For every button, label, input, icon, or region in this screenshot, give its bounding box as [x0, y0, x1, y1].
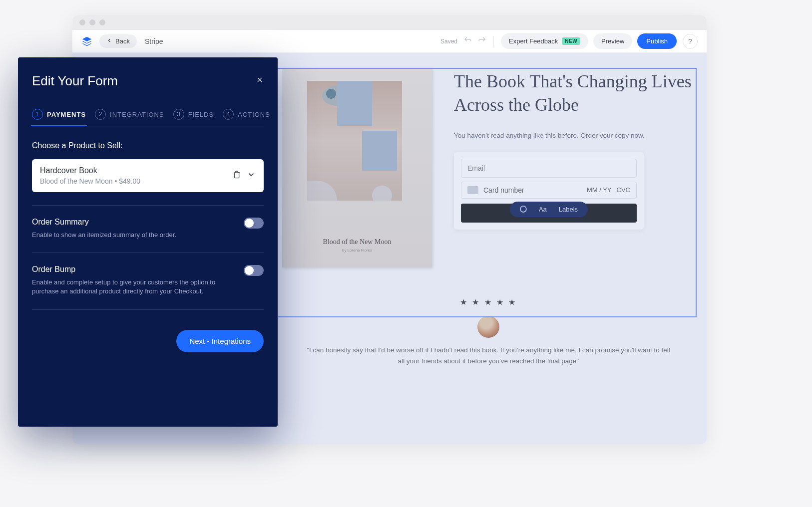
- next-button[interactable]: Next - Integrations: [176, 330, 264, 352]
- traffic-light-dot: [89, 19, 95, 25]
- product-subtitle: Blood of the New Moon • $49.00: [40, 177, 227, 185]
- tab-payments[interactable]: 1 PAYMENTS: [32, 109, 86, 120]
- app-logo-icon[interactable]: [81, 36, 92, 47]
- divider: [32, 205, 264, 206]
- breadcrumb: Stripe: [145, 37, 163, 45]
- help-button[interactable]: ?: [683, 34, 698, 49]
- back-label: Back: [115, 37, 130, 45]
- undo-icon[interactable]: [463, 36, 472, 47]
- tab-label: ACTIONS: [238, 111, 270, 118]
- order-bump-title: Order Bump: [32, 265, 234, 274]
- tab-number: 1: [32, 109, 43, 120]
- testimonial-quote: "I can honestly say that I'd be worse of…: [304, 345, 673, 366]
- tab-number: 4: [223, 109, 234, 120]
- hero-subtext: You haven't read anything like this befo…: [454, 131, 695, 141]
- labels-button[interactable]: Labels: [559, 206, 578, 213]
- tab-fields[interactable]: 3 FIELDS: [173, 109, 214, 120]
- divider: [493, 36, 494, 47]
- choose-product-heading: Choose a Product to Sell:: [32, 141, 264, 150]
- preview-button[interactable]: Preview: [593, 33, 632, 49]
- book-cover-author: by Lorena Flores: [282, 248, 432, 253]
- book-cover-title: Blood of the New Moon: [282, 238, 432, 246]
- traffic-light-dot: [99, 19, 105, 25]
- browser-chrome: [72, 15, 707, 30]
- back-button[interactable]: Back: [99, 34, 137, 48]
- hero-headline: The Book That's Changing Lives Across th…: [454, 70, 695, 117]
- tab-number: 3: [173, 109, 184, 120]
- expert-feedback-button[interactable]: Expert Feedback NEW: [501, 33, 588, 49]
- panel-title: Edit Your Form: [32, 73, 118, 89]
- tab-actions[interactable]: 4 ACTIONS: [223, 109, 270, 120]
- expert-feedback-label: Expert Feedback: [509, 37, 558, 45]
- panel-tabs: 1 PAYMENTS 2 INTEGRATIONS 3 FIELDS 4 ACT…: [32, 109, 264, 126]
- tab-label: PAYMENTS: [47, 111, 86, 118]
- product-title: Hardcover Book: [40, 166, 227, 175]
- history-controls: [463, 36, 486, 47]
- redo-icon[interactable]: [477, 36, 486, 47]
- typography-button[interactable]: Aa: [539, 206, 547, 213]
- avatar: [477, 316, 499, 338]
- order-summary-title: Order Summary: [32, 218, 176, 227]
- trash-icon[interactable]: [233, 171, 241, 181]
- chevron-down-icon[interactable]: [247, 170, 256, 181]
- back-arrow-icon: [106, 37, 112, 45]
- checkout-form: Card number MM / YY CVC Aa Labels: [454, 152, 644, 230]
- order-summary-desc: Enable to show an itemized summary of th…: [32, 231, 176, 240]
- card-input-row[interactable]: Card number MM / YY CVC: [461, 182, 637, 199]
- tab-number: 2: [95, 109, 106, 120]
- email-input[interactable]: [461, 159, 637, 178]
- order-bump-toggle[interactable]: [244, 265, 264, 276]
- divider: [32, 253, 264, 253]
- form-editor-panel: Edit Your Form 1 PAYMENTS 2 INTEGRATIONS…: [18, 57, 278, 427]
- order-summary-toggle[interactable]: [244, 218, 264, 229]
- traffic-light-dot: [79, 19, 85, 25]
- divider: [32, 309, 264, 310]
- card-expiry-label: MM / YY: [587, 186, 612, 194]
- card-icon: [467, 186, 478, 194]
- product-selector[interactable]: Hardcover Book Blood of the New Moon • $…: [32, 159, 264, 192]
- order-bump-row: Order Bump Enable and complete setup to …: [32, 265, 264, 296]
- card-number-label: Card number: [483, 186, 582, 194]
- order-bump-desc: Enable and complete setup to give your c…: [32, 278, 234, 296]
- style-toolbar[interactable]: Aa Labels: [510, 202, 588, 217]
- publish-button[interactable]: Publish: [637, 33, 677, 49]
- new-badge: NEW: [562, 37, 580, 45]
- book-cover-image: Blood of the New Moon by Lorena Flores: [282, 68, 432, 267]
- close-button[interactable]: [256, 76, 264, 86]
- tab-label: INTEGRATIONS: [110, 111, 164, 118]
- tab-label: FIELDS: [188, 111, 214, 118]
- app-toolbar: Back Stripe Saved Expert Feedback NEW Pr…: [72, 30, 707, 53]
- star-rating: ★ ★ ★ ★ ★: [282, 297, 695, 307]
- card-cvc-label: CVC: [617, 186, 630, 194]
- saved-status: Saved: [440, 38, 457, 45]
- testimonial-section: ★ ★ ★ ★ ★ "I can honestly say that I'd b…: [282, 297, 695, 366]
- submit-bar[interactable]: Aa Labels: [461, 204, 637, 223]
- color-swatch-icon[interactable]: [520, 206, 527, 213]
- tab-integrations[interactable]: 2 INTEGRATIONS: [95, 109, 164, 120]
- order-summary-row: Order Summary Enable to show an itemized…: [32, 218, 264, 240]
